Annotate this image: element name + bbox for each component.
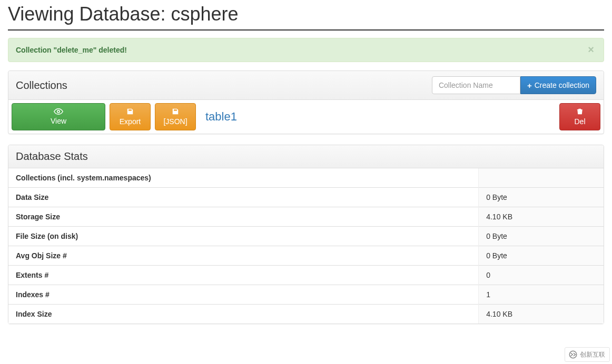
- stat-value: 1: [479, 285, 604, 305]
- table-row: Extents #0: [8, 266, 604, 285]
- stat-value: 0: [479, 266, 604, 285]
- table-row: Avg Obj Size #0 Byte: [8, 246, 604, 266]
- create-collection-button-label: Create collection: [535, 81, 589, 89]
- export-button-label: Export: [120, 117, 141, 126]
- table-row: File Size (on disk)0 Byte: [8, 227, 604, 246]
- database-stats-table: Collections (incl. system.namespaces)Dat…: [8, 168, 604, 323]
- stat-key: Storage Size: [8, 207, 479, 227]
- svg-point-0: [57, 110, 60, 113]
- create-collection-form: + Create collection: [432, 76, 596, 94]
- eye-icon: [54, 108, 63, 116]
- stat-key: Avg Obj Size #: [8, 246, 479, 266]
- alert-message: Collection "delete_me" deleted!: [16, 46, 127, 54]
- stat-value: 4.10 KB: [479, 305, 604, 324]
- table-row: Data Size0 Byte: [8, 188, 604, 207]
- delete-button-label: Del: [574, 117, 585, 126]
- stat-key: Data Size: [8, 188, 479, 207]
- stat-key: File Size (on disk): [8, 227, 479, 246]
- plus-icon: +: [527, 82, 532, 89]
- delete-button[interactable]: Del: [559, 103, 600, 130]
- close-icon[interactable]: ×: [585, 44, 597, 55]
- stat-value: 0 Byte: [479, 246, 604, 266]
- database-stats-title: Database Stats: [16, 150, 88, 163]
- collection-name-link[interactable]: table1: [200, 103, 555, 130]
- stat-value: [479, 168, 604, 188]
- table-row: Storage Size4.10 KB: [8, 207, 604, 227]
- save-icon: [172, 108, 179, 116]
- export-json-button[interactable]: [JSON]: [155, 103, 196, 130]
- export-button[interactable]: Export: [110, 103, 151, 130]
- stat-key: Index Size: [8, 305, 479, 324]
- stat-value: 4.10 KB: [479, 207, 604, 227]
- table-row: Indexes #1: [8, 285, 604, 305]
- collections-panel: Collections + Create collection: [8, 70, 604, 134]
- create-collection-button[interactable]: + Create collection: [520, 76, 596, 94]
- stat-value: 0 Byte: [479, 188, 604, 207]
- database-stats-header: Database Stats: [8, 145, 604, 168]
- table-row: Index Size4.10 KB: [8, 305, 604, 324]
- table-row: Collections (incl. system.namespaces): [8, 168, 604, 188]
- stat-key: Collections (incl. system.namespaces): [8, 168, 479, 188]
- view-button-label: View: [51, 117, 66, 125]
- collections-panel-body: View Export [JSON]: [8, 100, 604, 134]
- view-button[interactable]: View: [12, 103, 105, 130]
- collection-name-input[interactable]: [432, 76, 520, 94]
- export-json-button-label: [JSON]: [163, 117, 187, 126]
- stat-value: 0 Byte: [479, 227, 604, 246]
- page-title: Viewing Database: csphere: [8, 3, 604, 31]
- stat-key: Extents #: [8, 266, 479, 285]
- save-icon: [126, 108, 134, 116]
- collection-row: View Export [JSON]: [12, 103, 600, 130]
- stat-key: Indexes #: [8, 285, 479, 305]
- collections-panel-title: Collections: [16, 79, 67, 92]
- trash-icon: [576, 108, 584, 116]
- collections-panel-header: Collections + Create collection: [8, 71, 604, 100]
- database-stats-panel: Database Stats Collections (incl. system…: [8, 145, 604, 324]
- success-alert: Collection "delete_me" deleted! ×: [8, 38, 604, 62]
